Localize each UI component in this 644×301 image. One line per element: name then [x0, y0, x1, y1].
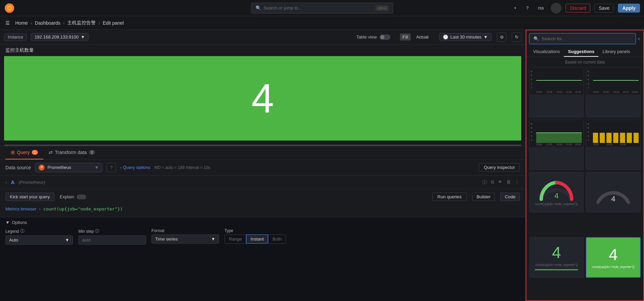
table-view-switch[interactable] [380, 34, 390, 40]
kick-start-button[interactable]: Kick start your query [5, 193, 54, 201]
svg-text:4: 4 [531, 130, 532, 133]
instance-chevron: ▼ [81, 34, 85, 40]
suggestion-stat-green[interactable]: 4 count(up{job="node_exporter"}) [529, 237, 584, 278]
legend-value: Auto [9, 237, 18, 243]
options-chevron: ▼ [5, 220, 10, 225]
svg-text:8: 8 [531, 70, 532, 73]
min-step-input[interactable]: auto [78, 235, 146, 245]
save-button[interactable]: Save [594, 4, 614, 12]
tab-transform[interactable]: ⇄ Transform data 0 [43, 146, 100, 159]
svg-text:15:00: 15:00 [593, 143, 599, 146]
explain-label: Explain [60, 194, 74, 199]
datasource-select[interactable]: P Prometheus ▼ [35, 163, 102, 172]
legend-label: Legend [5, 229, 19, 234]
suggestion-line-chart-1[interactable]: 8 6 4 3 2 15:00 15:05 15:10 15:15 15:20 [529, 67, 584, 118]
grafana-logo [4, 3, 15, 14]
suggestion-stat-highlighted[interactable]: 4 count(up{job="node_exporter"}) [586, 237, 641, 278]
search-input[interactable] [542, 36, 631, 41]
svg-text:15:10: 15:10 [613, 91, 619, 93]
mini-chart-2: 8 6 4 3 2 15:00 15:05 15:10 15:15 15:20 [586, 68, 640, 95]
legend-option: Legend ⓘ Auto ▼ [5, 228, 73, 245]
collapse-icon[interactable]: ∧ [637, 36, 641, 41]
refresh-button[interactable]: ↻ [512, 32, 521, 42]
tab-library-panels[interactable]: Library panels [598, 47, 634, 57]
query-info-icon[interactable]: ⓘ [482, 179, 487, 186]
query-options-toggle[interactable]: › Query options [120, 165, 150, 170]
explain-toggle[interactable] [77, 195, 86, 199]
query-block: ‹ A (Prometheus) ⓘ ⧉ 👁 🗑 ⋮ Kick start yo… [0, 176, 525, 217]
type-label: Type [224, 228, 233, 233]
suggestion-bar-chart[interactable]: 8 6 4 3 2 15:00 15:10 15: [586, 120, 641, 170]
breadcrumb-sep-2: › [63, 20, 65, 26]
tab-suggestions[interactable]: Suggestions [564, 47, 598, 57]
svg-rect-3 [529, 68, 583, 95]
metrics-browser-link[interactable]: Metrics browser [5, 206, 37, 211]
svg-text:2: 2 [531, 86, 532, 89]
svg-rect-15 [586, 68, 640, 95]
format-select[interactable]: Time series ▼ [151, 234, 219, 244]
stat-green-label: count(up{job="node_exporter"}) [533, 262, 580, 268]
gauge-svg: 4 [536, 177, 577, 201]
svg-text:15:20: 15:20 [632, 91, 638, 93]
code-button[interactable]: Code [500, 193, 520, 201]
search-box[interactable]: 🔍 [529, 33, 636, 44]
search-bar[interactable]: 🔍 Search or jump to... ctrl+k [251, 3, 393, 14]
datasource-help-button[interactable]: ? [106, 163, 116, 172]
run-queries-button[interactable]: Run queries [432, 193, 467, 201]
zoom-out-button[interactable]: ⊖ [497, 32, 506, 42]
news-button[interactable]: rss [535, 4, 546, 12]
query-badge: 1 [32, 150, 38, 155]
breadcrumb-dashboard-name[interactable]: 主机监控告警 [67, 20, 96, 26]
instance-dropdown[interactable]: 192.168.209.133:9100 ▼ [31, 33, 89, 41]
breadcrumb-sep-3: › [98, 20, 100, 26]
type-option: Type Range Instant Both [224, 228, 520, 244]
tab-visualizations[interactable]: Visualizations [529, 47, 564, 57]
transform-tab-icon: ⇄ [49, 150, 53, 155]
query-source: (Prometheus) [19, 180, 45, 185]
builder-button[interactable]: Builder [472, 193, 495, 201]
svg-text:15:10: 15:10 [556, 143, 563, 146]
options-toggle[interactable]: ▼ Options [5, 220, 520, 225]
query-actions: ⓘ ⧉ 👁 🗑 ⋮ [482, 179, 520, 186]
query-inspector-button[interactable]: Query inspector [479, 163, 520, 172]
suggestion-area-chart[interactable]: 8 6 4 3 2 15:00 15:05 15:10 15:15 15:20 [529, 120, 584, 170]
query-expression[interactable]: count(up{job="node_exporter"}) [43, 206, 123, 211]
tab-query[interactable]: ⊞ Query 1 [5, 146, 43, 159]
suggestion-gauge-gray[interactable]: 4 [586, 172, 641, 212]
menu-icon[interactable]: ☰ [5, 20, 10, 26]
svg-text:15:15: 15:15 [566, 91, 572, 93]
breadcrumb-dashboards[interactable]: Dashboards [35, 20, 61, 26]
query-eye-icon[interactable]: 👁 [497, 179, 503, 186]
query-copy-icon[interactable]: ⧉ [490, 179, 495, 186]
time-range-chevron: ▼ [483, 34, 488, 40]
discard-button[interactable]: Discard [566, 4, 590, 12]
fill-button[interactable]: Fill [400, 33, 411, 41]
breadcrumb-home[interactable]: Home [15, 20, 28, 26]
stat-green-bar [535, 269, 578, 270]
min-step-label: Min step [78, 229, 94, 234]
legend-select[interactable]: Auto ▼ [5, 235, 73, 245]
type-buttons: Range Instant Both [224, 234, 520, 244]
suggestion-line-chart-2[interactable]: 8 6 4 3 2 15:00 15:05 15:10 15:15 15:20 [586, 67, 641, 118]
metrics-browser-row: Metrics browser › count(up{job="node_exp… [5, 204, 520, 214]
query-menu-icon[interactable]: ⋮ [514, 179, 520, 186]
query-collapse-icon[interactable]: ‹ [5, 180, 7, 185]
type-range-button[interactable]: Range [224, 234, 246, 244]
add-button[interactable]: + [511, 4, 520, 12]
avatar[interactable] [551, 3, 562, 14]
apply-button[interactable]: Apply [618, 4, 640, 12]
query-trash-icon[interactable]: 🗑 [506, 179, 511, 186]
breadcrumb-sep-1: › [30, 20, 32, 26]
options-label: Options [12, 220, 27, 225]
big-number: 4 [252, 78, 274, 119]
type-instant-button[interactable]: Instant [246, 234, 268, 244]
type-both-button[interactable]: Both [268, 234, 286, 244]
min-step-info-icon: ⓘ [95, 228, 99, 234]
actual-button[interactable]: Actual [413, 33, 431, 41]
svg-text:6: 6 [588, 126, 589, 129]
help-button[interactable]: ? [523, 4, 531, 12]
format-value: Time series [155, 236, 178, 242]
time-range-picker[interactable]: 🕐 Last 30 minutes ▼ [439, 33, 492, 41]
suggestion-gauge[interactable]: 4 count(up{job="node_exporter"}) [529, 172, 584, 212]
svg-text:6: 6 [531, 74, 532, 77]
